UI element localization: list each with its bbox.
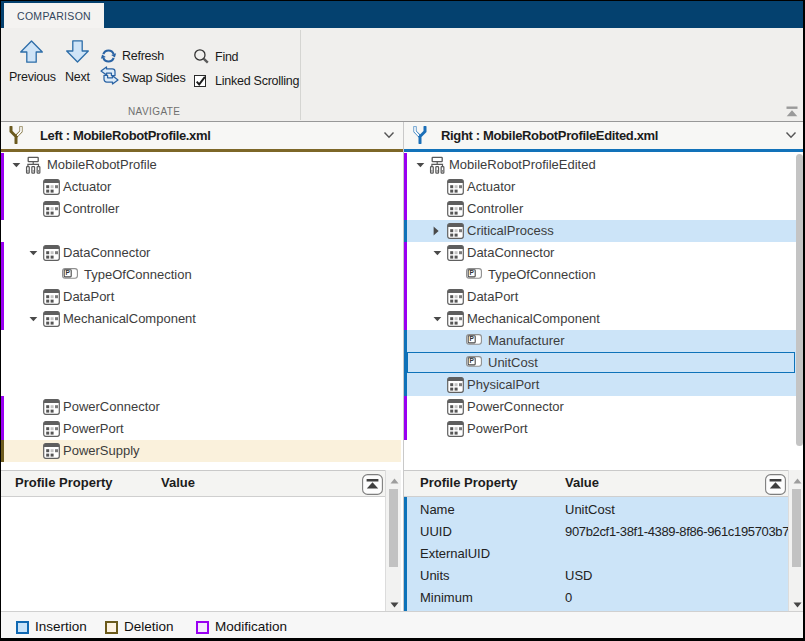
svg-text:P: P	[470, 357, 475, 364]
svg-text:P: P	[470, 269, 475, 276]
svg-text:P: P	[66, 269, 71, 276]
svg-text:P: P	[470, 335, 475, 342]
